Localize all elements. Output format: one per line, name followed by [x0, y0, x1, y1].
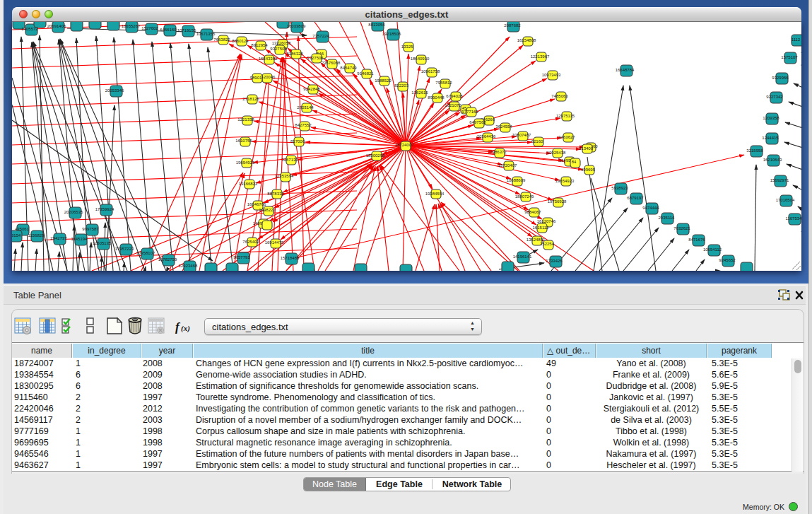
svg-text:9884067: 9884067	[524, 210, 541, 214]
svg-text:10973493: 10973493	[542, 73, 561, 77]
svg-text:18807249: 18807249	[515, 194, 534, 199]
svg-text:3624554: 3624554	[495, 124, 512, 129]
svg-text:84: 84	[572, 160, 577, 164]
svg-text:9329966: 9329966	[772, 76, 789, 80]
svg-text:10025438: 10025438	[547, 151, 566, 155]
svg-text:15718485: 15718485	[281, 256, 300, 260]
svg-text:1209358: 1209358	[763, 116, 779, 120]
svg-text:1244415: 1244415	[762, 136, 779, 140]
svg-text:8813054: 8813054	[368, 23, 385, 27]
svg-text:9657791: 9657791	[233, 255, 250, 259]
svg-text:13325: 13325	[401, 45, 413, 49]
svg-text:f: f	[175, 320, 181, 334]
svg-text:16154808: 16154808	[517, 38, 536, 42]
svg-text:62160: 62160	[531, 139, 543, 144]
svg-text:8912954: 8912954	[251, 43, 268, 47]
svg-text:19166822: 19166822	[239, 182, 258, 186]
svg-text:10688609: 10688609	[507, 178, 526, 182]
svg-text:1621072: 1621072	[445, 103, 461, 107]
svg-text:19756928: 19756928	[548, 199, 567, 204]
svg-text:8660124: 8660124	[232, 39, 249, 43]
svg-text:16033809: 16033809	[287, 24, 306, 28]
svg-text:13226058: 13226058	[272, 41, 291, 45]
svg-text:3215958: 3215958	[746, 148, 763, 153]
svg-text:8990448: 8990448	[428, 95, 445, 100]
svg-text:6497568: 6497568	[469, 120, 486, 124]
svg-text:12213967: 12213967	[531, 54, 550, 59]
svg-text:7632621: 7632621	[673, 226, 690, 230]
svg-text:16210643: 16210643	[763, 158, 782, 162]
svg-text:19384554: 19384554	[425, 192, 445, 196]
svg-text:213400: 213400	[579, 146, 594, 151]
svg-text:2803144: 2803144	[297, 105, 314, 110]
svg-text:817006: 817006	[290, 139, 305, 144]
svg-text:16648784: 16648784	[616, 68, 635, 72]
svg-text:7986372: 7986372	[490, 150, 507, 154]
svg-text:2087682: 2087682	[504, 23, 521, 28]
svg-text:16120746: 16120746	[537, 219, 556, 223]
svg-text:10961758: 10961758	[421, 69, 440, 74]
svg-text:7955812: 7955812	[435, 81, 452, 85]
svg-text:1575107: 1575107	[781, 55, 798, 59]
svg-text:18300295: 18300295	[366, 153, 385, 158]
svg-text:8878332: 8878332	[267, 192, 284, 196]
svg-text:18724007: 18724007	[395, 143, 414, 147]
svg-text:10807487: 10807487	[512, 133, 531, 137]
svg-text:5938923: 5938923	[611, 186, 628, 190]
svg-text:8471676: 8471676	[688, 238, 705, 242]
svg-text:9227342: 9227342	[766, 95, 783, 99]
svg-text:9327503: 9327503	[270, 47, 287, 51]
svg-text:7357224: 7357224	[312, 34, 329, 38]
svg-text:19218506: 19218506	[382, 32, 401, 36]
svg-text:17016504: 17016504	[776, 198, 795, 202]
svg-text:15692971: 15692971	[770, 178, 789, 182]
svg-text:16046766: 16046766	[247, 202, 266, 206]
svg-text:15720407: 15720407	[498, 163, 517, 168]
svg-text:1498222: 1498222	[259, 208, 276, 212]
svg-text:7485063: 7485063	[551, 94, 568, 98]
svg-text:8454749: 8454749	[340, 66, 357, 70]
svg-text:16543382: 16543382	[259, 57, 278, 61]
svg-text:19654923: 19654923	[555, 179, 575, 183]
svg-text:16914479: 16914479	[265, 240, 284, 245]
svg-text:9245652: 9245652	[719, 258, 736, 262]
svg-text:2935114: 2935114	[659, 216, 676, 220]
svg-text:1221338: 1221338	[237, 117, 254, 122]
svg-text:14196141: 14196141	[513, 255, 532, 259]
svg-text:7625402: 7625402	[242, 240, 259, 244]
svg-text:252254: 252254	[540, 242, 555, 246]
svg-text:(x): (x)	[181, 324, 190, 333]
svg-text:1588520: 1588520	[375, 78, 392, 83]
svg-text:1733426: 1733426	[546, 259, 563, 263]
svg-text:9474444: 9474444	[642, 206, 659, 210]
svg-text:8427552: 8427552	[295, 123, 312, 127]
svg-text:19654925: 19654925	[236, 160, 255, 165]
svg-text:98901: 98901	[250, 76, 262, 80]
svg-text:1610755: 1610755	[235, 139, 252, 143]
svg-text:1167534: 1167534	[786, 216, 801, 221]
svg-text:9777169: 9777169	[461, 110, 478, 114]
svg-text:12353594: 12353594	[275, 174, 294, 178]
svg-text:9327506: 9327506	[307, 56, 324, 60]
svg-text:9463627: 9463627	[558, 135, 575, 139]
svg-text:20364436: 20364436	[477, 134, 496, 139]
svg-text:1112: 1112	[792, 37, 801, 42]
svg-text:1362615: 1362615	[411, 90, 428, 95]
svg-text:12975115: 12975115	[556, 114, 575, 118]
svg-text:6794028: 6794028	[446, 94, 463, 98]
svg-text:9242848: 9242848	[303, 87, 320, 91]
svg-text:1615112: 1615112	[533, 226, 550, 230]
svg-text:3267130: 3267130	[281, 158, 298, 162]
svg-text:10654112: 10654112	[703, 247, 722, 252]
svg-text:2718126: 2718126	[242, 97, 259, 101]
svg-text:23676068: 23676068	[322, 61, 341, 65]
svg-text:7663822: 7663822	[213, 37, 230, 42]
svg-text:699695: 699695	[581, 168, 596, 172]
svg-text:822203: 822203	[394, 83, 409, 88]
svg-text:8186328: 8186328	[286, 52, 303, 56]
svg-text:18640910: 18640910	[411, 57, 430, 61]
svg-text:6879197: 6879197	[627, 196, 644, 200]
svg-text:9146821: 9146821	[357, 71, 374, 76]
